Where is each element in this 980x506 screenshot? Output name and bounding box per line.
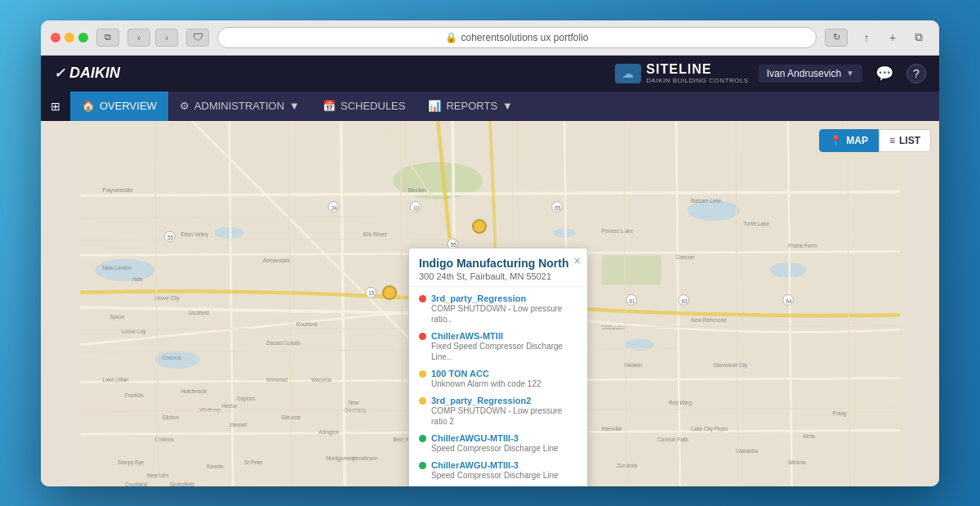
svg-text:15: 15 bbox=[368, 290, 375, 296]
alarm-desc-3: Unknown Alarm with code 122 bbox=[431, 378, 541, 389]
svg-text:Elk River: Elk River bbox=[363, 231, 388, 238]
svg-text:Annandale: Annandale bbox=[263, 257, 292, 264]
nav-home-btn[interactable]: ⊞ bbox=[41, 92, 70, 121]
svg-text:Springfield: Springfield bbox=[170, 481, 195, 486]
address-bar[interactable]: 🔒 coherentsolutions ux portfolio bbox=[217, 27, 817, 48]
svg-text:Becker: Becker bbox=[408, 186, 427, 193]
svg-text:Glencoe: Glencoe bbox=[282, 414, 301, 419]
svg-text:Glenwood City: Glenwood City bbox=[714, 362, 748, 369]
svg-text:New: New bbox=[349, 399, 359, 405]
alarm-item-4: 3rd_party_Regression2 COMP SHUTDOWN - Lo… bbox=[419, 396, 577, 427]
nav-reports[interactable]: 📊 REPORTS ▼ bbox=[416, 92, 523, 121]
svg-text:Alma: Alma bbox=[803, 432, 815, 438]
alarm-dot-5 bbox=[419, 435, 426, 442]
url-text: coherentsolutions ux portfolio bbox=[461, 32, 588, 43]
alarm-item-6: ChillerAWGU-MTIII-3 Speed Compressor Dis… bbox=[419, 460, 577, 481]
popup-body: 3rd_party_Regression COMP SHUTDOWN - Low… bbox=[409, 287, 587, 486]
administration-gear-icon: ⚙ bbox=[180, 100, 189, 112]
alarm-name-5[interactable]: ChillerAWGU-MTIII-3 bbox=[431, 433, 559, 443]
nav-schedules-label: SCHEDULES bbox=[341, 100, 405, 112]
svg-text:24: 24 bbox=[332, 204, 338, 210]
svg-text:Grove City: Grove City bbox=[154, 294, 180, 301]
svg-point-5 bbox=[769, 262, 807, 277]
add-tab-btn[interactable]: + bbox=[882, 29, 903, 47]
forward-btn[interactable]: › bbox=[155, 29, 178, 47]
header-left: ✓ DAIKIN bbox=[54, 65, 120, 82]
siteline-name: SITELINE bbox=[646, 62, 748, 77]
nav-schedules[interactable]: 📅 SCHEDULES bbox=[311, 92, 416, 121]
daikin-checkmark-icon: ✓ bbox=[54, 65, 65, 81]
dot-maximize[interactable] bbox=[78, 33, 88, 43]
map-view-btn[interactable]: 📍 MAP bbox=[819, 129, 879, 152]
svg-text:Norwood: Norwood bbox=[266, 377, 287, 383]
svg-text:63: 63 bbox=[681, 298, 688, 303]
svg-text:Stewart: Stewart bbox=[229, 422, 247, 428]
svg-text:Forest Lake: Forest Lake bbox=[602, 226, 633, 234]
browser-dots bbox=[51, 33, 88, 43]
popup-close-btn[interactable]: × bbox=[574, 255, 581, 266]
alarm-dot-3 bbox=[419, 370, 426, 378]
reports-chevron-icon: ▼ bbox=[502, 100, 513, 112]
siteline-text: SITELINE DAIKIN BUILDING CONTROLS bbox=[646, 62, 748, 84]
alarm-dot-6 bbox=[419, 462, 426, 469]
sidebar-btn[interactable]: ⧉ bbox=[908, 29, 929, 47]
alarm-name-6[interactable]: ChillerAWGU-MTIII-3 bbox=[431, 460, 559, 470]
shield-icon: 🛡 bbox=[186, 29, 209, 47]
svg-text:10: 10 bbox=[413, 204, 420, 210]
alarm-item-3: 100 TON ACC Unknown Alarm with code 122 bbox=[419, 369, 577, 389]
svg-text:Waconia: Waconia bbox=[311, 377, 332, 383]
list-view-btn[interactable]: ≡ LIST bbox=[879, 129, 931, 152]
svg-text:New London: New London bbox=[103, 265, 132, 271]
map-marker-3[interactable] bbox=[382, 285, 397, 300]
alarm-dot-4 bbox=[419, 397, 426, 405]
svg-text:Cannon Falls: Cannon Falls bbox=[657, 437, 688, 442]
share-btn[interactable]: ↑ bbox=[856, 29, 877, 47]
alarm-name-4[interactable]: 3rd_party_Regression2 bbox=[431, 396, 577, 405]
svg-text:New Richmond: New Richmond bbox=[691, 317, 727, 323]
map-background[interactable]: Paynesville Eden Valley Annandale Elk Ri… bbox=[41, 121, 939, 486]
svg-text:rade: rade bbox=[132, 276, 143, 282]
alarm-name-2[interactable]: ChillerAWS-MTIII bbox=[431, 331, 577, 341]
svg-text:Hector: Hector bbox=[222, 403, 238, 409]
back-btn[interactable]: ‹ bbox=[127, 29, 150, 47]
dot-close[interactable] bbox=[51, 33, 60, 43]
chat-btn[interactable]: 💬 bbox=[872, 61, 897, 86]
reload-btn[interactable]: ↻ bbox=[825, 29, 848, 47]
svg-text:Miesville: Miesville bbox=[602, 425, 622, 431]
alarm-name-1[interactable]: 3rd_party_Regression bbox=[431, 293, 577, 303]
browser-window: ⧉ ‹ › 🛡 🔒 coherentsolutions ux portfolio… bbox=[41, 20, 939, 486]
help-btn[interactable]: ? bbox=[906, 64, 926, 83]
svg-text:Sleepy Eye: Sleepy Eye bbox=[118, 459, 145, 465]
map-container: Paynesville Eden Valley Annandale Elk Ri… bbox=[41, 121, 939, 486]
user-menu[interactable]: Ivan Andrusevich ▼ bbox=[759, 65, 862, 83]
siteline-brand: ☁ SITELINE DAIKIN BUILDING CONTROLS bbox=[615, 62, 748, 84]
svg-text:St Peter: St Peter bbox=[244, 459, 264, 464]
dot-minimize[interactable] bbox=[65, 33, 74, 43]
overview-home-icon: 🏠 bbox=[82, 100, 95, 112]
alarm-content-4: 3rd_party_Regression2 COMP SHUTDOWN - Lo… bbox=[431, 396, 577, 427]
svg-text:Balsam Lake: Balsam Lake bbox=[691, 198, 721, 204]
popup-title: Indigo Manufacturing North bbox=[419, 257, 577, 270]
svg-text:Dresser: Dresser bbox=[676, 253, 695, 259]
svg-text:65: 65 bbox=[555, 204, 561, 210]
tab-switcher-btn[interactable]: ⧉ bbox=[96, 29, 119, 47]
alarm-content-6: ChillerAWGU-MTIII-3 Speed Compressor Dis… bbox=[431, 460, 559, 481]
svg-text:Kasota: Kasota bbox=[207, 463, 223, 469]
user-chevron-icon: ▼ bbox=[846, 69, 854, 78]
svg-text:Franklin: Franklin bbox=[125, 392, 144, 397]
app-header: ✓ DAIKIN ☁ SITELINE DAIKIN BUILDING CONT… bbox=[41, 56, 939, 92]
nav-overview[interactable]: 🏠 OVERVIEW bbox=[70, 92, 168, 121]
alarm-name-3[interactable]: 100 TON ACC bbox=[431, 369, 541, 378]
alarm-item-2: ChillerAWS-MTIII Fixed Speed Compressor … bbox=[419, 331, 577, 362]
app-nav: ⊞ 🏠 OVERVIEW ⚙ ADMINISTRATION ▼ 📅 SCHEDU… bbox=[41, 92, 939, 121]
popup-header: Indigo Manufacturing North 300 24th St, … bbox=[409, 249, 587, 287]
svg-text:Courtland: Courtland bbox=[125, 481, 148, 486]
svg-text:Red Wing: Red Wing bbox=[669, 399, 692, 405]
siteline-sub: DAIKIN BUILDING CONTROLS bbox=[646, 77, 748, 84]
alarm-desc-6: Speed Compressor Discharge Line bbox=[431, 470, 559, 481]
nav-administration[interactable]: ⚙ ADMINISTRATION ▼ bbox=[168, 92, 311, 121]
nav-reports-label: REPORTS bbox=[446, 100, 497, 112]
svg-text:Rockford: Rockford bbox=[296, 320, 318, 326]
svg-text:Gaylord: Gaylord bbox=[237, 396, 256, 402]
alarm-item-1: 3rd_party_Regression COMP SHUTDOWN - Low… bbox=[419, 293, 577, 325]
